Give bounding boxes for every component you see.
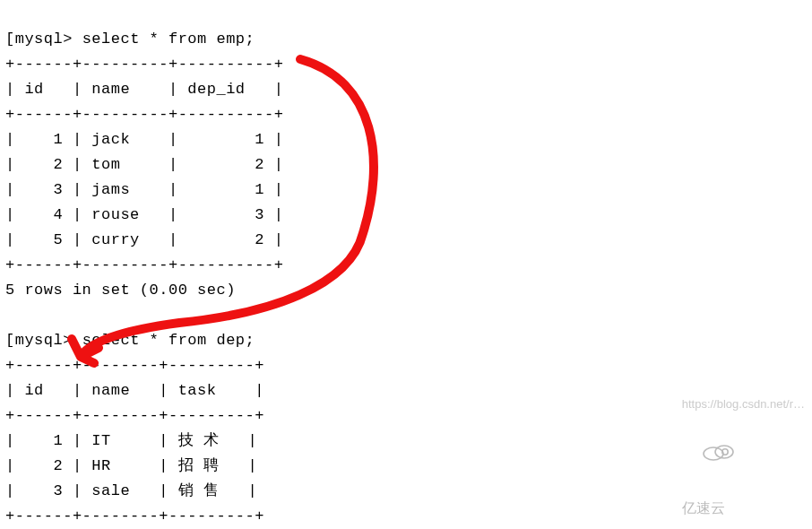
emp-border-mid: +------+---------+----------+ <box>5 106 283 123</box>
dep-border-top: +------+--------+---------+ <box>5 357 264 374</box>
dep-border-bot: +------+--------+---------+ <box>5 507 264 525</box>
watermark: https://blog.csdn.net/r… 亿速云 <box>675 367 805 522</box>
prompt-2: [mysql> select * from dep; <box>5 332 255 349</box>
query-dep: select * from dep; <box>82 332 255 349</box>
watermark-brand: 亿速云 <box>682 500 725 516</box>
emp-footer: 5 rows in set (0.00 sec) <box>5 282 236 299</box>
watermark-url: https://blog.csdn.net/r… <box>682 397 805 411</box>
prompt: [mysql> select * from emp; <box>5 30 255 48</box>
emp-table: +------+---------+----------+ | id | nam… <box>5 56 283 273</box>
svg-point-1 <box>715 446 733 458</box>
query-emp: select * from emp; <box>82 30 255 48</box>
dep-rows: | 1 | IT | 技 术 | | 2 | HR | 招 聘 | | 3 | … <box>5 432 257 499</box>
emp-border-top: +------+---------+----------+ <box>5 56 283 73</box>
emp-border-bot: +------+---------+----------+ <box>5 256 283 273</box>
emp-header-row: | id | name | dep_id | <box>5 81 283 98</box>
terminal: [mysql> select * from emp; +------+-----… <box>0 0 812 529</box>
dep-header-row: | id | name | task | <box>5 382 264 399</box>
emp-rows: | 1 | jack | 1 | | 2 | tom | 2 | | 3 | j… <box>5 131 283 248</box>
cloud-logo-icon <box>687 417 736 496</box>
dep-border-mid: +------+--------+---------+ <box>5 407 264 424</box>
dep-table: +------+--------+---------+ | id | name … <box>5 357 264 525</box>
